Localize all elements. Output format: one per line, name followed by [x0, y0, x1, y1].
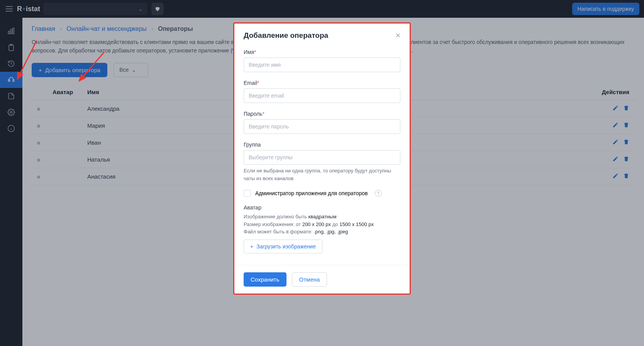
help-icon[interactable]: ? — [375, 190, 382, 197]
save-button[interactable]: Сохранить — [244, 272, 286, 287]
modal-overlay: Добавление оператора × Имя* Email* Парол… — [0, 0, 644, 346]
modal-title: Добавление оператора — [244, 31, 328, 40]
plus-icon: + — [250, 243, 253, 250]
avatar-hint: Изображение должно быть квадратным Разме… — [244, 213, 400, 236]
name-label: Имя* — [244, 49, 400, 55]
password-input[interactable] — [244, 119, 400, 134]
name-input[interactable] — [244, 57, 400, 72]
add-operator-modal: Добавление оператора × Имя* Email* Парол… — [233, 22, 411, 295]
email-input[interactable] — [244, 88, 400, 103]
password-label: Пароль* — [244, 111, 400, 117]
admin-checkbox[interactable] — [244, 190, 251, 197]
close-icon[interactable]: × — [395, 31, 400, 40]
upload-image-button[interactable]: + Загрузить изображение — [244, 240, 322, 253]
cancel-button[interactable]: Отмена — [292, 272, 327, 287]
admin-checkbox-label: Администратор приложения для операторов — [255, 190, 368, 196]
avatar-label: Аватар — [244, 204, 400, 211]
group-hint: Если не выбрана ни одна группа, то опера… — [244, 167, 400, 182]
group-label: Группа — [244, 142, 400, 148]
group-select[interactable] — [244, 150, 400, 165]
email-label: Email* — [244, 80, 400, 86]
